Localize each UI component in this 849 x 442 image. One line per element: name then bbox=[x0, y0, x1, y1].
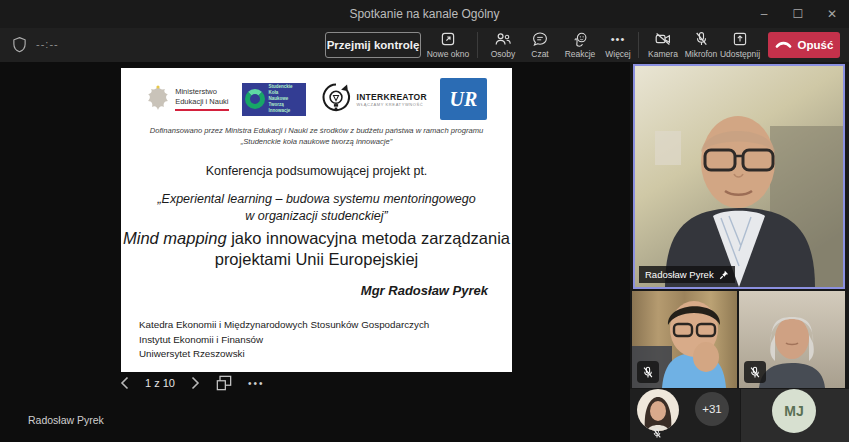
window-title: Spotkanie na kanale Ogólny bbox=[0, 0, 849, 28]
pin-icon bbox=[719, 270, 729, 280]
video-panel: Radosław Pyrek bbox=[630, 62, 849, 442]
next-slide-button[interactable] bbox=[191, 376, 200, 390]
mic-off-icon bbox=[749, 366, 761, 379]
interkreator-text: INTERKREATOR WŁĄCZAMY KREATYWNOŚĆ bbox=[357, 92, 427, 107]
teams-meeting-window: Spotkanie na kanale Ogólny – ☐ ✕ --:-- P… bbox=[0, 0, 849, 442]
video-tile-participant-1[interactable] bbox=[632, 291, 737, 388]
take-control-button[interactable]: Przejmij kontrolę bbox=[325, 32, 421, 58]
more-icon: ••• bbox=[611, 33, 626, 45]
shield-icon bbox=[12, 36, 27, 53]
project-quote: „Experiental learning – budowa systemu m… bbox=[121, 191, 512, 225]
avatar-participant-muted-icon bbox=[652, 428, 662, 439]
presentation-slide: Ministerstwo Edukacji i Nauki Studenckie… bbox=[121, 68, 512, 372]
screen-share-stage: Ministerstwo Edukacji i Nauki Studenckie… bbox=[0, 62, 630, 442]
conference-line: Konferencja podsumowującej projekt pt. bbox=[121, 164, 512, 178]
ur-logo: UR bbox=[440, 78, 487, 120]
funding-note: Dofinansowano przez Ministra Edukacji i … bbox=[131, 125, 502, 148]
lightbulb-circle-icon bbox=[319, 81, 353, 117]
participant-avatar bbox=[637, 389, 679, 431]
skn-logo: Studenckie Koła Naukowe Tworzą Innowacje bbox=[242, 83, 306, 116]
ministry-logo-text: Ministerstwo Edukacji i Nauki bbox=[175, 87, 228, 111]
thumbnails-button[interactable] bbox=[216, 375, 232, 391]
slide-pager: 1 z 10 ••• bbox=[120, 372, 264, 394]
skn-logo-text: Studenckie Koła Naukowe Tworzą Innowacje bbox=[269, 84, 303, 113]
mic-off-icon bbox=[642, 366, 654, 379]
interkreator-logo: INTERKREATOR WŁĄCZAMY KREATYWNOŚĆ bbox=[319, 81, 427, 117]
meeting-timer: --:-- bbox=[36, 38, 59, 50]
slide-affiliation: Katedra Ekonomii i Międzynarodowych Stos… bbox=[139, 318, 429, 362]
maximize-button[interactable]: ☐ bbox=[781, 0, 815, 28]
video-tile-main[interactable]: Radosław Pyrek bbox=[633, 64, 845, 289]
pager-more-button[interactable]: ••• bbox=[248, 378, 265, 389]
presenter-name-label: Radosław Pyrek bbox=[28, 414, 104, 426]
participant-2-muted-badge bbox=[744, 361, 766, 383]
previous-slide-button[interactable] bbox=[120, 376, 129, 390]
participants-bottom-row: +31 MJ bbox=[630, 389, 849, 442]
slide-author: Mgr Radosław Pyrek bbox=[361, 283, 488, 298]
hang-up-icon bbox=[775, 40, 792, 50]
minimize-button[interactable]: – bbox=[747, 0, 781, 28]
participant-1-muted-badge bbox=[637, 361, 659, 383]
polish-eagle-icon bbox=[146, 84, 170, 114]
titlebar: Spotkanie na kanale Ogólny – ☐ ✕ bbox=[0, 0, 849, 28]
initials-avatar: MJ bbox=[772, 389, 816, 433]
share-icon bbox=[708, 30, 772, 48]
slide-logo-row: Ministerstwo Edukacji i Nauki Studenckie… bbox=[121, 77, 512, 121]
slide-page-count: 1 z 10 bbox=[145, 377, 175, 389]
leave-button[interactable]: Opuść bbox=[768, 32, 840, 58]
video-tile-avatar-participant[interactable]: +31 bbox=[630, 389, 740, 442]
slide-title: Mind mapping jako innowacyjna metoda zar… bbox=[121, 228, 512, 269]
main-video-name-tag: Radosław Pyrek bbox=[639, 266, 735, 283]
ministry-logo: Ministerstwo Edukacji i Nauki bbox=[146, 84, 228, 114]
window-controls: – ☐ ✕ bbox=[747, 0, 849, 28]
video-tile-initials-participant[interactable]: MJ bbox=[741, 389, 849, 442]
overflow-participants-badge[interactable]: +31 bbox=[695, 392, 729, 426]
video-tile-participant-2[interactable] bbox=[739, 291, 845, 388]
close-button[interactable]: ✕ bbox=[815, 0, 849, 28]
share-button[interactable]: Udostępnij bbox=[708, 30, 772, 59]
meeting-toolbar: --:-- Przejmij kontrolę Nowe okno Osoby … bbox=[0, 28, 849, 62]
skn-ring-icon bbox=[245, 89, 265, 109]
main-video-feed bbox=[635, 66, 843, 287]
